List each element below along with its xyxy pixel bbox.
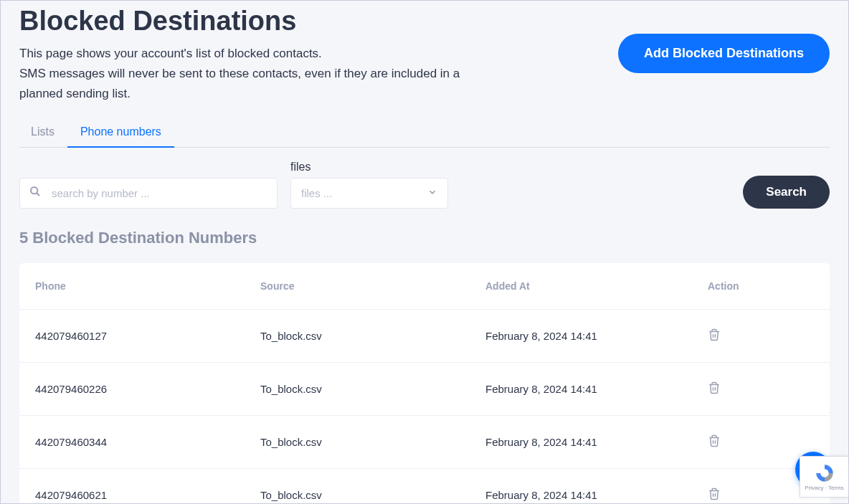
page-description: This page shows your account's list of b…	[19, 44, 496, 104]
cell-phone: 442079460127	[35, 330, 260, 342]
trash-icon[interactable]	[708, 381, 721, 394]
count-title: 5 Blocked Destination Numbers	[19, 229, 830, 247]
header-source: Source	[260, 280, 485, 292]
cell-added-at: February 8, 2024 14:41	[485, 383, 708, 395]
search-icon	[29, 186, 41, 200]
tabs-container: Lists Phone numbers	[19, 118, 830, 148]
table-row: 442079460344 To_block.csv February 8, 20…	[19, 416, 830, 469]
header-action: Action	[708, 280, 814, 292]
cell-phone: 442079460344	[35, 436, 260, 448]
tab-phone-numbers[interactable]: Phone numbers	[80, 118, 161, 147]
header-phone: Phone	[35, 280, 260, 292]
files-placeholder: files ...	[301, 187, 332, 199]
files-label: files	[290, 161, 448, 173]
svg-point-0	[31, 187, 37, 194]
cell-phone: 442079460621	[35, 489, 260, 501]
recaptcha-badge: Privacy · Terms	[800, 456, 848, 498]
description-line-2: SMS messages will never be sent to these…	[19, 67, 460, 100]
cell-phone: 442079460226	[35, 383, 260, 395]
search-button[interactable]: Search	[743, 176, 830, 209]
cell-added-at: February 8, 2024 14:41	[485, 330, 708, 342]
trash-icon[interactable]	[708, 434, 721, 447]
cell-source: To_block.csv	[260, 436, 485, 448]
trash-icon[interactable]	[708, 488, 721, 500]
page-title: Blocked Destinations	[19, 6, 521, 37]
recaptcha-icon	[815, 463, 835, 483]
add-blocked-destinations-button[interactable]: Add Blocked Destinations	[618, 34, 830, 73]
trash-icon[interactable]	[708, 328, 721, 341]
files-select[interactable]: files ...	[290, 178, 448, 209]
svg-line-1	[37, 193, 39, 196]
cell-added-at: February 8, 2024 14:41	[485, 436, 708, 448]
chevron-down-icon	[427, 187, 437, 199]
description-line-1: This page shows your account's list of b…	[19, 47, 322, 60]
table-row: 442079460127 To_block.csv February 8, 20…	[19, 310, 830, 363]
cell-added-at: February 8, 2024 14:41	[485, 489, 708, 501]
tab-lists[interactable]: Lists	[31, 118, 54, 147]
table-header: Phone Source Added At Action	[19, 263, 830, 310]
cell-source: To_block.csv	[260, 489, 485, 501]
search-input[interactable]	[19, 178, 278, 209]
header-added-at: Added At	[485, 280, 708, 292]
blocked-numbers-table: Phone Source Added At Action 44207946012…	[19, 263, 830, 504]
cell-source: To_block.csv	[260, 383, 485, 395]
table-row: 442079460621 To_block.csv February 8, 20…	[19, 469, 830, 504]
cell-source: To_block.csv	[260, 330, 485, 342]
table-row: 442079460226 To_block.csv February 8, 20…	[19, 363, 830, 416]
recaptcha-text: Privacy · Terms	[805, 485, 844, 491]
